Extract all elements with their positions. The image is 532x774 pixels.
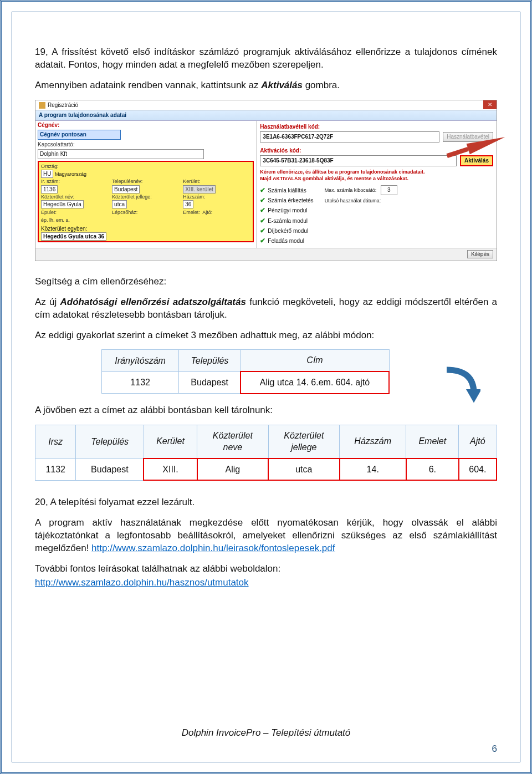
footer-title: Dolphin InvoicePro – Telepítési útmutató (35, 727, 497, 740)
label-kapcs: Kapcsolattartó: (38, 141, 75, 149)
th-cim: Cím (241, 350, 389, 371)
label-hazszam: Házszám: (183, 194, 250, 200)
hasznkod-field[interactable]: 3E1A6-6363FPC617-2Q72F (260, 131, 439, 142)
row-small-labels: ép. lh. em. a. (41, 217, 250, 223)
text: Amennyiben adataink rendben vannak, katt… (35, 80, 261, 90)
text: gombra. (303, 80, 340, 90)
th-emelet: Emelet (406, 425, 459, 459)
help-heading: Segítség a cím ellenőrzéséhez: (35, 276, 497, 288)
module-item: E-számla modul (268, 218, 308, 224)
td-koztnev: Alig (197, 459, 268, 481)
help-p3: A jövőben ezt a címet az alábbi bontásba… (35, 404, 497, 417)
label-hasznkod: Használatbavételi kód: (260, 123, 493, 131)
window-titlebar: Regisztráció ✕ (35, 100, 497, 111)
address-table-new: Irsz Település Kerület Közterület neve K… (35, 425, 497, 481)
irszam-field[interactable]: 1136 (41, 185, 58, 194)
warning-msg-2: Majd AKTIVÁLÁS gombbal aktiválja, és men… (260, 175, 493, 182)
th-telep: Település (76, 425, 144, 459)
check-icon: ✔ (260, 227, 265, 235)
page-footer: Dolphin InvoicePro – Telepítési útmutató… (35, 727, 497, 756)
td-ajto: 604. (459, 459, 497, 481)
td-emelet: 6. (406, 459, 459, 481)
paragraph-21: A program aktív használatának megkezdése… (35, 517, 497, 555)
activation-panel: Használatbavételi kód: 3E1A6-6363FPC617-… (257, 121, 497, 248)
label-max: Max. számla kibocsátó: (325, 187, 377, 193)
module-item: Díjbekérő modul (268, 228, 308, 234)
address-table-old: Irányítószám Település Cím 1132 Budapest… (101, 349, 390, 394)
registration-screenshot: Regisztráció ✕ A program tulajdonosának … (35, 100, 497, 261)
th-kerulet: Kerület (144, 425, 197, 459)
aktivalas-button[interactable]: Aktiválás (460, 155, 493, 166)
paragraph-19: 19, A frissítést követő első indításkor … (35, 46, 497, 72)
check-icon: ✔ (260, 206, 265, 214)
owner-data-panel: Cégnév: Cégnév pontosan Kapcsolattartó: … (35, 121, 257, 248)
kapcs-field[interactable]: Dolphin Kft (38, 149, 204, 159)
th-hazszam: Házszám (340, 425, 406, 459)
paragraph-20: 20, A telepítési folyamat ezzel lezárult… (35, 496, 497, 509)
label-epulet: Épület: (41, 209, 109, 216)
kerulet-field[interactable]: XIII. kerület (183, 185, 216, 194)
label-orszag: Ország: (41, 163, 109, 170)
module-item: Pénzügyi modul (268, 207, 307, 213)
td-telep: Budapest (76, 459, 144, 481)
help-p2: Az eddigi gyakorlat szerint a címeket 3 … (35, 329, 497, 342)
module-item: Számla érkeztetés (268, 197, 313, 203)
aktkod-field[interactable]: 3C645-57B31-23618-5Q83F (260, 155, 457, 166)
label-utolso: Utolsó használat dátuma: (325, 197, 397, 204)
text: Az új (35, 297, 60, 307)
paragraph-aktivalas: Amennyiben adataink rendben vannak, katt… (35, 79, 497, 92)
th-ajto: Ajtó (459, 425, 497, 459)
label-ajto: Ajtó: (202, 210, 212, 215)
module-item: Feladás modul (268, 238, 304, 244)
module-item: Számla kiállítás (268, 187, 306, 194)
link-fontoslepesek[interactable]: http://www.szamlazo.dolphin.hu/leirasok/… (91, 543, 335, 553)
check-icon: ✔ (260, 217, 265, 225)
td-irsz: 1132 (35, 459, 76, 481)
warning-msg-1: Kérem ellenőrizze, és állítsa be a progr… (260, 169, 493, 175)
cegnev-field[interactable]: Cégnév pontosan (38, 130, 121, 140)
window-title: Regisztráció (48, 101, 78, 109)
check-icon: ✔ (260, 196, 265, 204)
label-lepcso: Lépcsőház: (112, 209, 180, 216)
orszag-field: Magyarország (55, 171, 86, 177)
app-icon (39, 102, 45, 109)
paragraph-link2: http://www.szamlazo.dolphin.hu/hasznos/u… (35, 577, 497, 589)
th-telep: Település (179, 350, 241, 371)
check-icon: ✔ (260, 237, 265, 245)
koztegyben-field[interactable]: Hegedűs Gyula utca 36 (41, 232, 106, 241)
td-cim: Alig utca 14. 6.em. 604. ajtó (241, 371, 389, 394)
th-koztnev: Közterület neve (197, 425, 268, 459)
check-icon: ✔ (260, 186, 265, 194)
koztjel-field[interactable]: utca (112, 200, 127, 208)
svg-marker-0 (466, 389, 480, 403)
emphasis: Adóhatósági ellenőrzési adatszolgáltatás (60, 297, 245, 307)
address-yellow-panel: Ország: HU Magyarország Ir. szám: Telepü… (38, 161, 254, 242)
label-emelet: Emelet: (183, 210, 200, 215)
th-koztjel: Közterület jellege (268, 425, 339, 459)
emphasis-aktivalas: Aktiválás (261, 80, 303, 90)
td-hazszam: 14. (340, 459, 406, 481)
orszag-code-field[interactable]: HU (41, 170, 53, 178)
label-telep: Településnév: (112, 178, 180, 185)
help-p1: Az új Adóhatósági ellenőrzési adatszolgá… (35, 296, 497, 322)
td-kerulet: XIII. (144, 459, 197, 481)
hazszam-field[interactable]: 36 (183, 200, 193, 208)
th-irsz: Irsz (35, 425, 76, 459)
telep-field[interactable]: Budapest (112, 185, 140, 194)
koztnev-field[interactable]: Hegedűs Gyula (41, 200, 84, 208)
kilepes-button[interactable]: Kilépés (467, 250, 493, 258)
paragraph-22: További fontos leírásokat találhatnak az… (35, 563, 497, 576)
label-koztjel: Közterület jellege: (112, 194, 180, 200)
label-cegnev: Cégnév: (38, 121, 59, 129)
module-list: ✔Számla kiállítás ✔Számla érkeztetés ✔Pé… (260, 185, 313, 246)
max-field: 3 (381, 185, 397, 195)
page-number: 6 (35, 743, 497, 756)
label-irszam: Ir. szám: (41, 178, 109, 185)
td-telep: Budapest (179, 371, 241, 394)
label-kerulet: Kerület: (183, 178, 250, 185)
th-irsz: Irányítószám (102, 350, 179, 371)
link-utmutatok[interactable]: http://www.szamlazo.dolphin.hu/hasznos/u… (35, 577, 249, 588)
curved-arrow-icon (436, 366, 480, 405)
close-icon[interactable]: ✕ (483, 100, 497, 109)
subheader: A program tulajdonosának adatai (35, 110, 497, 121)
